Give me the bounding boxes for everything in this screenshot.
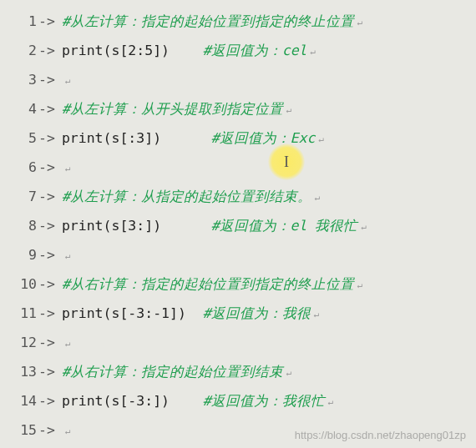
code-line[interactable]: 14->print(s[-3:]) #返回值为：我很忙↵ xyxy=(0,386,476,415)
paragraph-mark-icon: ↵ xyxy=(307,46,316,57)
line-content[interactable]: ↵ xyxy=(62,153,476,183)
comment-text: #返回值为：el 我很忙 xyxy=(211,218,358,234)
gutter-arrow-icon: -> xyxy=(38,65,62,94)
gutter-arrow-icon: -> xyxy=(38,299,62,328)
paragraph-mark-icon: ↵ xyxy=(62,425,71,436)
paragraph-mark-icon: ↵ xyxy=(357,221,367,232)
code-line[interactable]: 3->↵ xyxy=(0,65,476,94)
paragraph-mark-icon: ↵ xyxy=(311,309,320,320)
paragraph-mark-icon: ↵ xyxy=(62,338,71,349)
line-content[interactable]: print(s[-3:]) #返回值为：我很忙↵ xyxy=(62,386,476,416)
comment-text: #从右计算：指定的起始位置到结束 xyxy=(62,364,283,380)
comment-text: #从左计算：指定的起始位置到指定的终止位置 xyxy=(62,13,354,29)
line-number: 15 xyxy=(0,415,38,445)
gutter-arrow-icon: -> xyxy=(38,386,62,415)
code-text: print(s[2:5]) xyxy=(62,43,203,58)
gutter-arrow-icon: -> xyxy=(38,123,62,153)
paragraph-mark-icon: ↵ xyxy=(325,396,334,407)
gutter-arrow-icon: -> xyxy=(38,328,62,357)
code-line[interactable]: 11->print(s[-3:-1]) #返回值为：我很↵ xyxy=(0,299,476,328)
line-content[interactable]: print(s[3:]) #返回值为：el 我很忙↵ xyxy=(62,211,476,241)
paragraph-mark-icon: ↵ xyxy=(315,133,324,144)
line-number: 5 xyxy=(0,123,38,153)
code-line[interactable]: 12->↵ xyxy=(0,328,476,357)
comment-text: #从右计算：指定的起始位置到指定的终止位置 xyxy=(62,276,354,292)
paragraph-mark-icon: ↵ xyxy=(62,163,71,174)
code-text: print(s[3:]) xyxy=(62,218,211,234)
line-content[interactable]: ↵ xyxy=(62,240,476,270)
code-line[interactable]: 2->print(s[2:5]) #返回值为：cel↵ xyxy=(0,36,476,65)
comment-text: #返回值为：我很 xyxy=(203,305,311,321)
code-text: print(s[-3:]) xyxy=(62,393,203,409)
line-content[interactable]: #从右计算：指定的起始位置到结束↵ xyxy=(62,357,476,387)
comment-text: #返回值为：Exc xyxy=(211,130,316,146)
line-number: 2 xyxy=(0,36,38,65)
gutter-arrow-icon: -> xyxy=(38,211,62,240)
code-line[interactable]: 13->#从右计算：指定的起始位置到结束↵ xyxy=(0,357,476,386)
gutter-arrow-icon: -> xyxy=(38,153,62,182)
code-editor[interactable]: 1->#从左计算：指定的起始位置到指定的终止位置↵2->print(s[2:5]… xyxy=(0,0,476,445)
line-content[interactable]: #从左计算：从开头提取到指定位置↵ xyxy=(62,94,476,124)
line-number: 9 xyxy=(0,240,38,269)
gutter-arrow-icon: -> xyxy=(38,182,62,211)
paragraph-mark-icon: ↵ xyxy=(311,192,321,203)
line-number: 6 xyxy=(0,153,38,182)
code-line[interactable]: 10->#从右计算：指定的起始位置到指定的终止位置↵ xyxy=(0,269,476,299)
gutter-arrow-icon: -> xyxy=(38,415,62,445)
line-content[interactable]: #从右计算：指定的起始位置到指定的终止位置↵ xyxy=(62,269,476,300)
paragraph-mark-icon: ↵ xyxy=(354,17,363,28)
comment-text: #返回值为：我很忙 xyxy=(203,393,325,409)
line-content[interactable]: #从左计算：从指定的起始位置到结束。↵ xyxy=(62,182,476,212)
comment-text: #返回值为：cel xyxy=(203,43,307,58)
line-number: 1 xyxy=(0,7,38,36)
paragraph-mark-icon: ↵ xyxy=(283,367,292,378)
gutter-arrow-icon: -> xyxy=(38,36,62,65)
comment-text: #从左计算：从开头提取到指定位置 xyxy=(62,101,283,117)
line-number: 12 xyxy=(0,328,38,357)
line-number: 4 xyxy=(0,94,38,123)
line-number: 7 xyxy=(0,182,38,211)
line-content[interactable]: #从左计算：指定的起始位置到指定的终止位置↵ xyxy=(62,7,476,37)
line-content[interactable]: ↵ xyxy=(62,65,476,95)
gutter-arrow-icon: -> xyxy=(38,269,62,299)
gutter-arrow-icon: -> xyxy=(38,357,62,386)
line-number: 3 xyxy=(0,65,38,94)
paragraph-mark-icon: ↵ xyxy=(354,279,363,290)
line-content[interactable]: ↵ xyxy=(62,328,476,358)
line-number: 14 xyxy=(0,386,38,415)
gutter-arrow-icon: -> xyxy=(38,94,62,123)
code-line[interactable]: 9->↵ xyxy=(0,240,476,269)
paragraph-mark-icon: ↵ xyxy=(283,104,292,115)
code-line[interactable]: 4->#从左计算：从开头提取到指定位置↵ xyxy=(0,94,476,123)
code-line[interactable]: 5->print(s[:3]) #返回值为：Exc↵ xyxy=(0,123,476,153)
code-line[interactable]: 8->print(s[3:]) #返回值为：el 我很忙↵ xyxy=(0,211,476,240)
gutter-arrow-icon: -> xyxy=(38,240,62,269)
code-line[interactable]: 1->#从左计算：指定的起始位置到指定的终止位置↵ xyxy=(0,7,476,36)
paragraph-mark-icon: ↵ xyxy=(62,75,71,86)
comment-text: #从左计算：从指定的起始位置到结束。 xyxy=(62,189,311,204)
code-line[interactable]: 15->↵ xyxy=(0,415,476,445)
code-text: print(s[-3:-1]) xyxy=(62,305,203,321)
line-number: 10 xyxy=(0,269,38,299)
code-line[interactable]: 6->↵ xyxy=(0,153,476,182)
code-line[interactable]: 7->#从左计算：从指定的起始位置到结束。↵ xyxy=(0,182,476,211)
line-number: 13 xyxy=(0,357,38,386)
paragraph-mark-icon: ↵ xyxy=(62,250,71,261)
code-text: print(s[:3]) xyxy=(62,130,211,146)
line-content[interactable]: print(s[-3:-1]) #返回值为：我很↵ xyxy=(62,299,476,329)
gutter-arrow-icon: -> xyxy=(38,7,62,36)
line-content[interactable]: ↵ xyxy=(62,415,476,445)
line-number: 8 xyxy=(0,211,38,240)
line-number: 11 xyxy=(0,299,38,328)
line-content[interactable]: print(s[:3]) #返回值为：Exc↵ xyxy=(62,123,476,154)
line-content[interactable]: print(s[2:5]) #返回值为：cel↵ xyxy=(62,36,476,66)
